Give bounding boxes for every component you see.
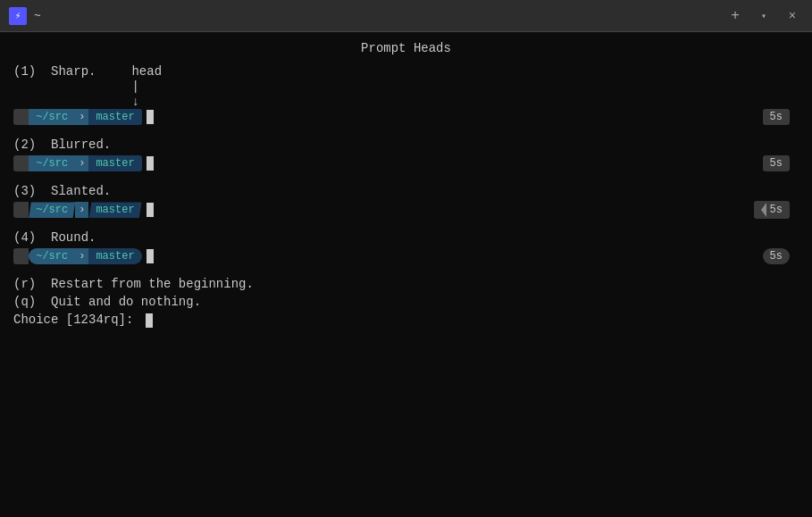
item-3-section: (3) Slanted. ~/src › master 5s	[13, 184, 799, 218]
prompt-row-3: ~/src › master 5s	[13, 202, 799, 218]
prompt-cursor-2	[146, 156, 154, 171]
time-badge-4: 5s	[763, 248, 790, 264]
prompt-branch-4: master	[88, 248, 141, 264]
title-bar: ⚡ ~ + ▾ ×	[0, 0, 812, 32]
prompt-left-bracket-3	[13, 202, 29, 218]
prompt-chevron-4: ›	[75, 248, 88, 264]
prompt-chevron-2: ›	[75, 155, 88, 171]
prompt-chevron-1: ›	[75, 109, 88, 125]
item-2-label: (2) Blurred.	[13, 138, 799, 152]
prompt-branch-2: master	[88, 155, 141, 171]
title-bar-text: ~	[34, 9, 717, 22]
prompt-left-bracket-4	[13, 248, 29, 264]
page-title: Prompt Heads	[13, 41, 799, 55]
prompt-left-bracket-2	[13, 155, 29, 171]
time-badge-3: 5s	[754, 201, 790, 219]
prompt-path-3: ~/src	[29, 202, 75, 218]
prompt-row-4: ~/src › master 5s	[13, 248, 799, 264]
action-quit: (q) Quit and do nothing.	[13, 295, 799, 309]
item-1-section: (1) Sharp. head | ↓ ~/src › master 5s	[13, 64, 799, 125]
add-tab-button[interactable]: +	[724, 5, 746, 27]
action-restart: (r) Restart from the beginning.	[13, 277, 799, 291]
slant-triangle-icon	[761, 203, 766, 217]
terminal-icon: ⚡	[9, 7, 27, 25]
prompt-branch-1: master	[88, 109, 141, 125]
prompt-branch-3: master	[88, 202, 141, 218]
choice-cursor	[146, 313, 153, 328]
choice-prompt-row: Choice [1234rq]:	[13, 313, 799, 327]
prompt-row-2: ~/src › master 5s	[13, 155, 799, 171]
prompt-left-bracket-1	[13, 109, 29, 125]
prompt-chevron-3: ›	[75, 202, 88, 218]
dropdown-button[interactable]: ▾	[753, 5, 774, 27]
head-annotation: head | ↓	[131, 64, 162, 109]
time-badge-2: 5s	[763, 155, 790, 171]
prompt-cursor-4	[146, 249, 154, 263]
prompt-row-1: ~/src › master 5s	[13, 109, 799, 125]
prompt-path-1: ~/src	[29, 109, 75, 125]
time-badge-1: 5s	[763, 109, 790, 125]
item-1-label: (1) Sharp.	[13, 64, 96, 79]
prompt-cursor-1	[146, 110, 154, 124]
item-2-section: (2) Blurred. ~/src › master 5s	[13, 138, 799, 171]
prompt-path-4: ~/src	[29, 248, 75, 264]
item-4-section: (4) Round. ~/src › master 5s	[13, 230, 799, 264]
prompt-path-2: ~/src	[29, 155, 75, 171]
close-button[interactable]: ×	[782, 5, 803, 27]
item-3-label: (3) Slanted.	[13, 184, 799, 198]
icon-label: ⚡	[15, 10, 21, 21]
prompt-cursor-3	[146, 203, 154, 217]
item-4-label: (4) Round.	[13, 230, 799, 245]
terminal-content: Prompt Heads (1) Sharp. head | ↓ ~/src ›…	[0, 32, 812, 517]
